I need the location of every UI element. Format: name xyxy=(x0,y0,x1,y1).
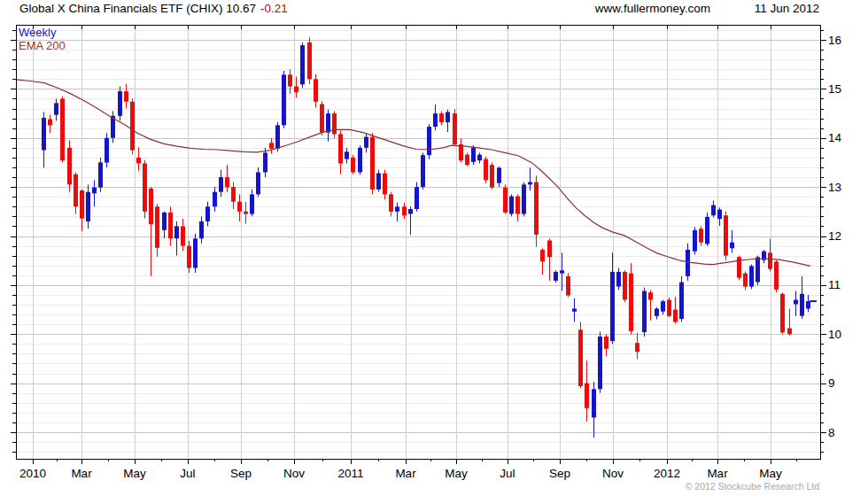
candle-down xyxy=(515,197,520,214)
candle-down xyxy=(244,212,248,214)
candle-down xyxy=(136,158,141,164)
candle-up xyxy=(395,206,399,212)
candle-up xyxy=(794,300,798,305)
candle-up xyxy=(522,184,526,213)
candle-up xyxy=(256,173,260,195)
candle-up xyxy=(661,301,665,312)
candle-down xyxy=(459,144,463,160)
x-axis-label: Sep xyxy=(549,467,570,480)
x-axis-label: Mar xyxy=(707,467,728,480)
candle-up xyxy=(300,45,305,84)
candle-up xyxy=(433,113,438,127)
candle-up xyxy=(572,309,577,312)
candle-down xyxy=(320,105,324,133)
candle-up xyxy=(806,301,810,308)
candle-down xyxy=(547,241,552,258)
copyright-notice: © 2012 Stockcube Research Ltd xyxy=(686,481,819,492)
x-axis-label: Mar xyxy=(395,467,416,480)
x-axis-label: 2012 xyxy=(654,467,680,480)
candle-up xyxy=(655,309,659,316)
candle-up xyxy=(345,151,349,159)
candle-down xyxy=(130,102,135,151)
candle-up xyxy=(364,137,368,148)
x-axis-label: 2011 xyxy=(337,467,363,480)
candle-up xyxy=(610,272,615,341)
candle-down xyxy=(155,206,159,247)
legend-ema-label: EMA 200 xyxy=(19,39,66,52)
candle-up xyxy=(250,194,254,213)
candle-up xyxy=(560,270,564,273)
candle-up xyxy=(477,155,482,161)
candle-down xyxy=(743,274,748,287)
candle-down xyxy=(667,300,671,316)
y-axis-label: 8 xyxy=(828,426,835,439)
candle-down xyxy=(402,206,407,215)
candle-up xyxy=(446,112,450,122)
candle-up xyxy=(616,272,621,287)
candle-down xyxy=(465,155,469,166)
candle-up xyxy=(421,155,425,187)
candle-up xyxy=(98,162,103,187)
candle-down xyxy=(314,79,318,102)
candle-down xyxy=(724,215,728,255)
candle-up xyxy=(263,152,267,172)
candle-down xyxy=(383,174,387,195)
candle-up xyxy=(705,217,709,244)
candle-down xyxy=(635,343,639,352)
candle-down xyxy=(585,384,589,408)
candle-up xyxy=(749,266,754,286)
x-axis-label: Jul xyxy=(500,467,515,480)
candle-up xyxy=(105,138,109,163)
candle-up xyxy=(711,205,716,216)
candle-down xyxy=(774,261,779,290)
last-price-marker xyxy=(810,300,817,302)
candle-down xyxy=(699,229,703,243)
candle-down xyxy=(534,182,539,235)
candle-up xyxy=(497,168,501,183)
x-axis-label: Sep xyxy=(230,467,252,480)
candle-down xyxy=(787,329,792,335)
candle-down xyxy=(540,250,545,261)
candle-up xyxy=(554,272,558,281)
candle-down xyxy=(389,194,393,211)
candle-up xyxy=(642,291,647,333)
x-axis-label: Nov xyxy=(283,467,305,480)
candle-down xyxy=(307,43,312,80)
candle-up xyxy=(686,250,690,276)
candle-down xyxy=(181,226,185,245)
x-axis-label: Jul xyxy=(180,467,195,480)
candle-up xyxy=(219,177,223,192)
candle-down xyxy=(629,274,633,331)
chart-page: { "header": { "title_main": "Global X Ch… xyxy=(0,0,868,496)
x-axis-label: Mar xyxy=(71,467,92,480)
x-axis-label: Nov xyxy=(602,467,624,480)
candle-down xyxy=(332,113,337,134)
candle-down xyxy=(60,98,65,160)
candle-down xyxy=(604,337,608,349)
candle-up xyxy=(213,192,217,207)
candle-up xyxy=(358,148,362,173)
candle-up xyxy=(118,91,122,116)
candle-down xyxy=(484,159,488,181)
candle-up xyxy=(598,337,602,389)
candle-up xyxy=(282,74,286,125)
candle-down xyxy=(231,187,236,202)
y-axis-label: 9 xyxy=(828,376,835,390)
x-axis-label: May xyxy=(123,467,146,480)
x-axis-label: May xyxy=(759,467,782,480)
y-axis-label: 10 xyxy=(828,328,841,341)
candle-up xyxy=(193,238,198,267)
candle-up xyxy=(54,103,58,114)
candle-up xyxy=(592,389,596,417)
candle-up xyxy=(528,182,532,185)
candle-down xyxy=(673,310,678,322)
candle-up xyxy=(86,192,90,221)
candle-down xyxy=(288,74,292,86)
y-axis-label: 16 xyxy=(828,34,841,47)
candle-down xyxy=(768,252,772,268)
y-axis-label: 13 xyxy=(828,181,841,194)
candle-down xyxy=(623,272,627,300)
candle-down xyxy=(370,137,375,190)
y-axis-label: 11 xyxy=(828,278,841,291)
candle-up xyxy=(427,127,431,155)
